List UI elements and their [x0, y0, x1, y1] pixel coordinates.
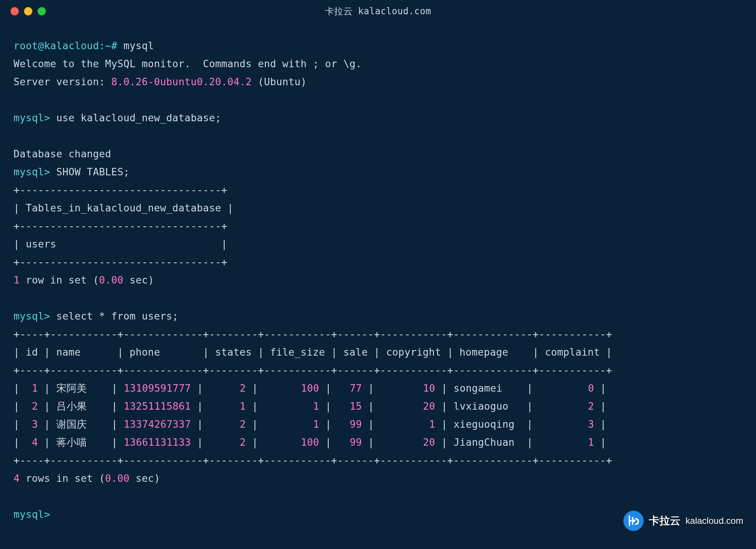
tables-row: | users |: [14, 238, 227, 250]
shell-prompt: root@kalacloud:~#: [14, 40, 124, 51]
users-footer-suffix: sec): [130, 472, 160, 484]
kalacloud-logo-icon: [623, 511, 644, 531]
mysql-prompt: mysql>: [14, 112, 56, 124]
users-footer-prefix: rows in set (: [20, 472, 105, 484]
tables-footer-suffix: sec): [124, 274, 154, 286]
close-icon[interactable]: [11, 7, 19, 15]
users-count: 4: [14, 472, 20, 484]
mysql-prompt: mysql>: [14, 508, 56, 520]
tables-border: +---------------------------------+: [14, 184, 227, 196]
db-changed-msg: Database changed: [14, 148, 111, 160]
watermark-domain: kalacloud.com: [686, 516, 743, 526]
users-footer-time: 0.00: [105, 472, 130, 484]
mysql-prompt: mysql>: [14, 310, 56, 322]
window-title: 卡拉云 kalacloud.com: [325, 5, 431, 17]
tables-border: +---------------------------------+: [14, 220, 227, 232]
traffic-lights: [11, 7, 46, 15]
tables-footer-prefix: row in set (: [20, 274, 99, 286]
mysql-welcome: Welcome to the MySQL monitor. Commands e…: [14, 58, 362, 69]
minimize-icon[interactable]: [24, 7, 32, 15]
tables-count: 1: [14, 274, 20, 286]
cmd-select: select * from users;: [56, 310, 178, 322]
tables-header: | Tables_in_kalacloud_new_database |: [14, 202, 233, 214]
terminal-window: 卡拉云 kalacloud.com root@kalacloud:~# mysq…: [0, 0, 756, 549]
server-version-label: Server version:: [14, 76, 111, 87]
tables-border: +---------------------------------+: [14, 256, 227, 268]
cmd-show-tables: SHOW TABLES;: [56, 166, 130, 178]
cmd-mysql: mysql: [124, 40, 154, 51]
cmd-use-db: use kalacloud_new_database;: [56, 112, 221, 124]
watermark-brand: 卡拉云: [649, 514, 680, 528]
server-version-suffix: (Ubuntu): [252, 76, 307, 87]
titlebar: 卡拉云 kalacloud.com: [0, 0, 756, 23]
tables-footer-time: 0.00: [99, 274, 124, 286]
mysql-prompt: mysql>: [14, 166, 56, 178]
users-table: +----+-----------+-------------+--------…: [14, 328, 612, 466]
terminal-body[interactable]: root@kalacloud:~# mysql Welcome to the M…: [0, 23, 756, 531]
maximize-icon[interactable]: [38, 7, 46, 15]
server-version-value: 8.0.26-0ubuntu0.20.04.2: [111, 76, 252, 87]
watermark: 卡拉云 kalacloud.com: [623, 511, 743, 531]
